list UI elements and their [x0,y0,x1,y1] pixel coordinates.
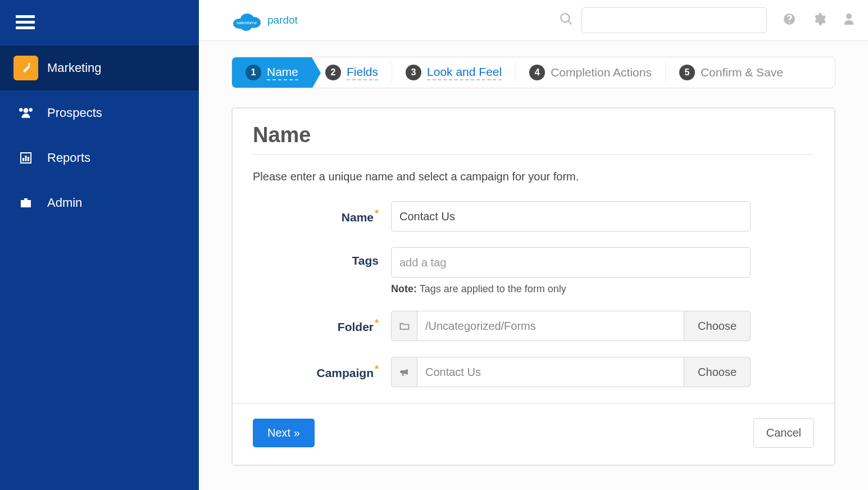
wizard-step-number: 2 [325,65,341,80]
wizard-step-label: Confirm & Save [701,66,783,79]
form-panel: Name Please enter a unique name and sele… [231,107,835,466]
main-area: salesforce pardot [199,0,868,490]
sidebar-item-label: Marketing [47,61,185,75]
required-star-icon: * [375,364,379,375]
search-icon[interactable] [559,12,574,29]
field-label-text: Tags [352,254,379,267]
gear-icon[interactable] [812,12,826,29]
wizard-step-look-and-feel[interactable]: 3 Look and Feel [392,57,515,88]
panel-helper-text: Please enter a unique name and select a … [253,170,814,183]
wizard-step-number: 1 [246,65,261,80]
next-button[interactable]: Next » [253,419,315,447]
required-star-icon: * [375,208,379,219]
sidebar: Marketing Prospects Reports Admin [0,0,199,490]
folder-icon [391,311,417,341]
field-label-text: Campaign [316,366,374,379]
field-label: Folder* [253,311,391,334]
svg-text:salesforce: salesforce [237,20,257,25]
form-row-name: Name* [253,201,814,232]
content: 1 Name 2 Fields 3 Look and Feel 4 Comple… [199,41,868,490]
campaign-input[interactable] [417,357,684,387]
field-label: Tags [253,247,391,267]
field-note: Note: Tags are applied to the form only [391,283,751,295]
sidebar-item-label: Prospects [47,106,185,120]
topbar: salesforce pardot [199,0,868,41]
field-label: Name* [253,201,391,224]
field-label-text: Name [342,211,374,224]
field-note-text: Tags are applied to the form only [417,283,566,294]
brand-logo[interactable]: salesforce pardot [231,10,298,30]
chart-icon [13,146,38,170]
sidebar-item-reports[interactable]: Reports [0,135,199,180]
wizard-step-fields[interactable]: 2 Fields [312,57,392,88]
divider [253,154,814,155]
hamburger-icon [16,12,35,32]
wizard-step-number: 4 [529,65,545,80]
wand-icon [13,56,38,80]
svg-rect-1 [25,156,27,161]
wizard-step-label: Look and Feel [427,65,502,80]
wizard-step-label: Name [267,65,298,80]
app-root: Marketing Prospects Reports Admin [0,0,868,490]
sidebar-item-label: Reports [47,151,185,165]
svg-rect-2 [28,157,29,161]
global-search [559,7,767,33]
field-label: Campaign* [253,357,391,380]
wizard-step-number: 3 [406,65,421,80]
briefcase-icon [13,190,38,215]
field-label-text: Folder [338,320,374,333]
wizard-step-completion-actions[interactable]: 4 Completion Actions [516,57,665,88]
topbar-actions [783,12,856,29]
cancel-button[interactable]: Cancel [753,418,814,448]
people-icon [13,101,38,125]
wizard-step-label: Completion Actions [551,66,652,79]
form-row-folder: Folder* Choose [253,311,814,341]
wizard-step-name[interactable]: 1 Name [232,57,312,88]
sidebar-item-prospects[interactable]: Prospects [0,90,199,135]
wizard-step-confirm-save[interactable]: 5 Confirm & Save [666,57,797,88]
form-row-campaign: Campaign* Choose [253,357,814,387]
svg-rect-0 [22,158,24,161]
wizard-step-number: 5 [679,65,695,80]
sidebar-item-marketing[interactable]: Marketing [0,46,199,90]
help-icon[interactable] [783,12,796,28]
megaphone-icon [391,357,417,387]
sidebar-nav: Marketing Prospects Reports Admin [0,46,199,225]
panel-footer: Next » Cancel [233,403,834,465]
folder-choose-button[interactable]: Choose [684,311,751,341]
wizard-step-label: Fields [347,65,378,80]
panel-title: Name [253,123,814,154]
name-input[interactable] [391,201,751,232]
sidebar-item-admin[interactable]: Admin [0,180,199,225]
tags-input[interactable] [391,247,751,278]
folder-input[interactable] [417,311,684,341]
search-input[interactable] [581,7,767,33]
sidebar-toggle[interactable] [0,0,199,46]
campaign-choose-button[interactable]: Choose [684,357,751,387]
salesforce-cloud-icon: salesforce [231,10,262,30]
required-star-icon: * [375,317,379,329]
field-note-prefix: Note: [391,283,417,294]
user-icon[interactable] [842,12,856,28]
form-row-tags: Tags Note: Tags are applied to the form … [253,247,814,295]
brand-product-label: pardot [267,14,298,26]
wizard-steps: 1 Name 2 Fields 3 Look and Feel 4 Comple… [231,57,835,88]
sidebar-item-label: Admin [47,196,185,210]
